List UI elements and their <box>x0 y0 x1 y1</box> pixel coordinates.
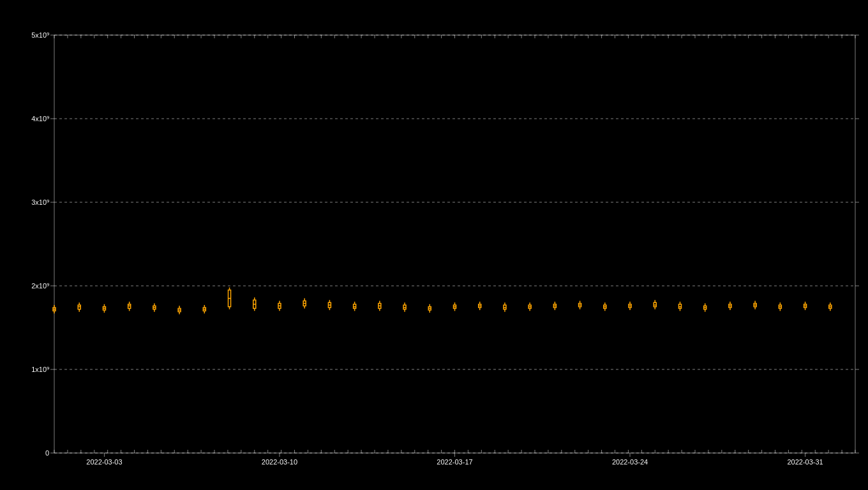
main-canvas <box>0 0 868 490</box>
chart-container: FORWARD Performance bits/sec Checkout (d… <box>0 0 868 490</box>
